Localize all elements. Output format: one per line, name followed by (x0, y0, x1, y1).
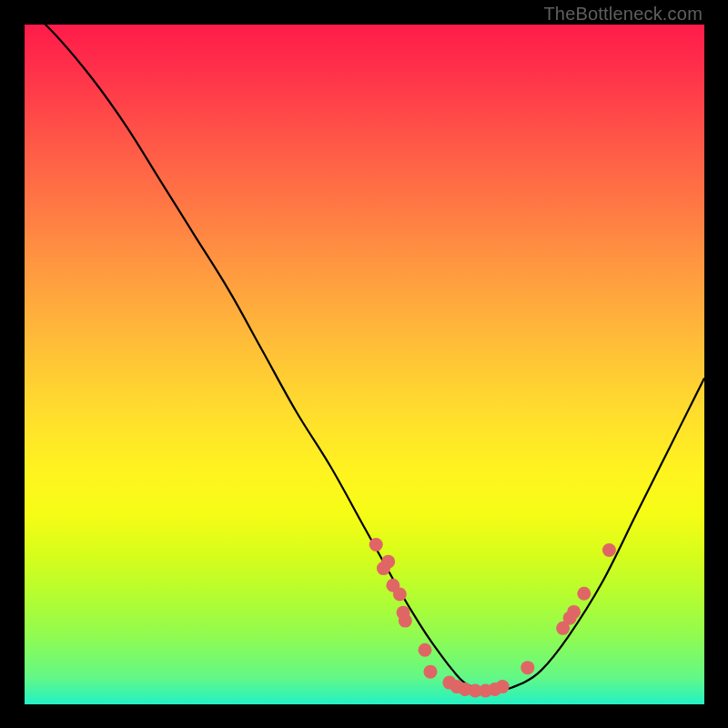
chart-point (496, 680, 510, 693)
chart-point (423, 665, 437, 679)
chart-point (521, 661, 534, 674)
chart-point (393, 587, 407, 601)
chart-point (602, 543, 616, 557)
chart-point (577, 587, 591, 601)
chart-point (381, 555, 395, 569)
chart-point (369, 538, 383, 551)
chart-points (369, 538, 616, 698)
chart-frame (25, 25, 704, 704)
chart-point (567, 605, 581, 619)
chart-point (418, 643, 431, 657)
chart-svg (25, 25, 704, 704)
bottleneck-curve (25, 25, 704, 692)
chart-point (399, 614, 412, 628)
attribution-text: TheBottleneck.com (543, 4, 703, 25)
